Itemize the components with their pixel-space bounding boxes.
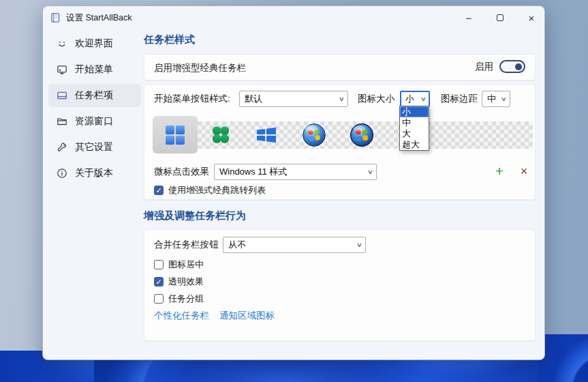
window-title: 设置 StartAllBack: [66, 12, 132, 24]
minimize-button[interactable]: −: [457, 10, 480, 26]
dropdown-option-extra-large[interactable]: 超大: [400, 139, 429, 150]
transparency-checkbox-row[interactable]: ✓ 透明效果: [154, 276, 204, 288]
icon-margin-select[interactable]: 中 ∨: [482, 91, 510, 107]
sidebar-item-label: 资源窗口: [75, 115, 113, 128]
sidebar-item-label: 开始菜单: [75, 63, 113, 76]
info-icon: [57, 168, 67, 179]
icon-margin-label: 图标边距: [441, 91, 478, 107]
maximize-button[interactable]: [489, 10, 512, 26]
remove-x-icon: ×: [521, 164, 528, 179]
start-button-style-value: 默认: [245, 93, 262, 105]
windows-11-logo-icon: [165, 125, 185, 145]
jumplist-checkbox[interactable]: ✓: [154, 186, 164, 195]
icon-size-label: 图标大小: [358, 91, 394, 107]
toggle-knob: [515, 63, 522, 70]
orb-startallback-clover[interactable]: [198, 116, 243, 153]
sidebar-item-label: 任务栏项: [75, 89, 113, 102]
chevron-down-icon: ∨: [339, 96, 345, 102]
combine-buttons-value: 从不: [228, 239, 246, 251]
welcome-smiley-icon: [57, 38, 67, 49]
personalize-taskbar-link[interactable]: 个性化任务栏: [154, 310, 209, 322]
center-icons-label: 图标居中: [168, 259, 204, 271]
maximize-icon: [497, 14, 504, 21]
start-menu-icon: [57, 64, 67, 75]
sidebar-item-label: 关于版本: [75, 167, 113, 179]
icon-margin-value: 中: [487, 93, 496, 105]
enable-taskbar-toggle[interactable]: [499, 60, 525, 73]
explorer-window-icon: [57, 116, 67, 127]
taskbar-icon: [57, 90, 67, 101]
plus-icon: +: [495, 163, 504, 179]
transparency-label: 透明效果: [168, 276, 204, 288]
click-effect-value: Windows 11 样式: [219, 166, 287, 178]
task-grouping-checkbox[interactable]: ✓: [154, 294, 164, 304]
orb-windows-7[interactable]: [292, 116, 337, 153]
remove-button[interactable]: ×: [516, 164, 531, 179]
chevron-down-icon: ∨: [367, 168, 373, 175]
orb-windows-8[interactable]: [244, 116, 289, 153]
startallback-clover-logo-icon: [211, 125, 231, 145]
center-icons-checkbox-row[interactable]: ✓ 图标居中: [154, 259, 204, 271]
sidebar-item-label: 其它设置: [75, 141, 113, 153]
icon-size-value: 小: [405, 93, 414, 105]
app-icon: [50, 12, 61, 23]
enable-taskbar-label: 启用增强型经典任务栏: [154, 60, 246, 76]
check-icon: ✓: [155, 278, 161, 286]
section-title-taskbar-style: 任务栏样式: [144, 33, 195, 46]
transparency-checkbox[interactable]: ✓: [154, 277, 164, 286]
combine-buttons-select[interactable]: 从不 ∨: [223, 237, 366, 253]
close-button[interactable]: ×: [520, 10, 543, 26]
add-button[interactable]: +: [492, 164, 507, 179]
startallback-settings-window: 设置 StartAllBack − × 欢迎界面 开始菜单 任务栏项 资源窗口: [42, 5, 545, 360]
sidebar-item-start-menu[interactable]: 开始菜单: [48, 58, 141, 81]
center-icons-checkbox[interactable]: ✓: [154, 260, 164, 269]
chevron-down-icon: ∨: [501, 96, 507, 102]
wallpaper-petal-right: [538, 334, 588, 382]
jumplist-checkbox-row[interactable]: ✓ 使用增强式经典跳转列表: [154, 184, 266, 196]
windows-8-logo-icon: [256, 126, 277, 145]
chevron-down-icon: ∨: [356, 241, 362, 248]
windows-7-orb-icon: [302, 123, 326, 147]
wrench-icon: [57, 142, 67, 153]
dropdown-option-small[interactable]: 小: [400, 106, 429, 117]
task-grouping-label: 任务分组: [168, 293, 204, 305]
dropdown-option-medium[interactable]: 中: [400, 117, 429, 128]
section-title-taskbar-behavior: 增强及调整任务栏行为: [144, 209, 246, 222]
combine-buttons-label: 合并任务栏按钮: [154, 237, 219, 253]
start-button-style-select[interactable]: 默认 ∨: [239, 91, 348, 107]
jumplist-checkbox-label: 使用增强式经典跳转列表: [168, 184, 266, 196]
close-icon: ×: [529, 12, 535, 24]
click-effect-label: 微标点击效果: [154, 164, 209, 180]
sidebar-item-welcome[interactable]: 欢迎界面: [48, 32, 141, 55]
orb-windows-11[interactable]: [153, 116, 198, 153]
chevron-down-icon: ∨: [420, 96, 427, 102]
task-grouping-checkbox-row[interactable]: ✓ 任务分组: [154, 293, 204, 305]
icon-size-dropdown-popup: 小 中 大 超大: [399, 106, 429, 151]
notification-area-icons-link[interactable]: 通知区域图标: [219, 310, 275, 322]
toggle-label: 启用: [475, 61, 493, 73]
enable-card: 启用增强型经典任务栏 启用: [144, 54, 536, 80]
check-icon: ✓: [155, 187, 161, 194]
sidebar-item-explorer[interactable]: 资源窗口: [48, 110, 141, 133]
orb-windows-vista[interactable]: [339, 116, 384, 153]
sidebar-item-taskbar[interactable]: 任务栏项: [48, 84, 141, 107]
dropdown-option-large[interactable]: 大: [400, 128, 429, 139]
sidebar-item-about[interactable]: 关于版本: [48, 162, 141, 185]
windows-vista-orb-icon: [350, 123, 374, 147]
click-effect-select[interactable]: Windows 11 样式 ∨: [214, 164, 377, 180]
sidebar-item-label: 欢迎界面: [75, 38, 113, 50]
icon-size-select[interactable]: 小 ∨: [400, 91, 430, 107]
style-card: 开始菜单按钮样式: 默认 ∨ 图标大小 小 ∨ 图标边距 中 ∨: [144, 84, 536, 200]
start-button-style-label: 开始菜单按钮样式:: [154, 91, 230, 107]
behavior-card: 合并任务栏按钮 从不 ∨ ✓ 图标居中 ✓ 透明效果 ✓ 任务分组 个性化任务栏…: [144, 229, 536, 341]
minimize-icon: −: [466, 12, 472, 24]
sidebar-item-other-settings[interactable]: 其它设置: [48, 136, 141, 159]
